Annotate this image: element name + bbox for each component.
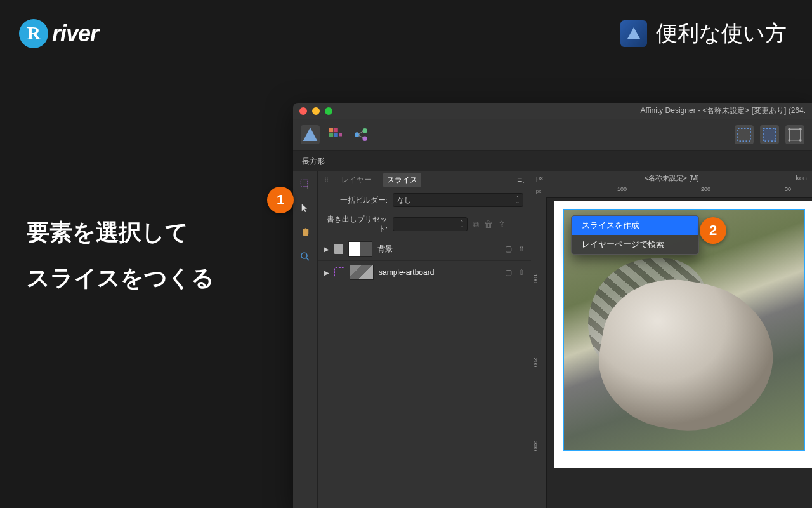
share-icon[interactable]: ⇧ — [518, 268, 525, 277]
export-persona-icon — [351, 125, 370, 144]
export-preset-row: 書き出しプリセット: ⧉ 🗑 ⇪ — [318, 211, 531, 237]
window-title: Affinity Designer - <名称未設定> [変更あり] (264. — [640, 105, 806, 116]
tab-layers[interactable]: レイヤー — [337, 173, 376, 187]
disclosure-triangle-icon[interactable]: ▶ — [324, 269, 329, 276]
svg-rect-1 — [329, 128, 333, 132]
share-icon[interactable]: ⇧ — [518, 244, 525, 253]
brand-logo-mark — [19, 19, 48, 48]
slice-icon — [334, 267, 344, 277]
magnifier-icon — [299, 251, 311, 262]
ruler-tick: 300 — [532, 441, 539, 451]
hand-icon — [299, 227, 311, 238]
designer-persona-icon — [301, 125, 320, 144]
svg-marker-0 — [303, 128, 318, 141]
main-area: + ⠿ レイヤー スライス ≡. 一括ビルダー: なし — [293, 171, 812, 508]
slices-panel: ⠿ レイヤー スライス ≡. 一括ビルダー: なし 書き出しプリセット: ⧉ 🗑 — [317, 171, 531, 508]
slice-row-background[interactable]: ▶ 背景 ▢ ⇧ — [318, 237, 531, 261]
minimize-window-button[interactable] — [312, 107, 320, 115]
tools-panel: + — [293, 171, 317, 508]
svg-point-8 — [363, 137, 368, 142]
affinity-designer-icon — [620, 20, 647, 47]
checkbox-icon[interactable]: ▢ — [505, 268, 512, 277]
selection-mode-button-3[interactable] — [785, 125, 804, 144]
ruler-tick: 200 — [701, 186, 710, 192]
slice-tool[interactable]: + — [297, 176, 313, 192]
zoom-tool[interactable] — [297, 248, 313, 265]
ruler-horizontal[interactable]: 100 200 30 — [546, 185, 812, 198]
doc-tab-unit: px — [536, 171, 544, 185]
slice-row-artboard[interactable]: ▶ sample-artboard ▢ ⇧ — [318, 261, 531, 284]
svg-line-10 — [358, 135, 363, 138]
svg-rect-12 — [763, 128, 776, 141]
canvas-area[interactable]: px <名称未設定> [M] kon px 100 200 30 100 200… — [531, 171, 812, 508]
slice-name: 背景 — [377, 244, 393, 255]
copy-icon[interactable]: ⧉ — [473, 219, 479, 230]
context-menu: スライスを作成 レイヤーページで検索 — [571, 215, 699, 255]
svg-point-7 — [363, 128, 368, 133]
menu-find-in-layers[interactable]: レイヤーページで検索 — [572, 235, 698, 254]
svg-rect-14 — [789, 129, 801, 140]
panel-menu-icon[interactable]: ≡. — [517, 175, 525, 185]
cursor-icon — [299, 203, 311, 214]
slice-thumbnail — [348, 241, 372, 257]
slice-thumbnail — [350, 265, 374, 280]
slide-caption: 要素を選択して スライスをつくる — [27, 210, 214, 301]
svg-point-17 — [788, 139, 790, 142]
export-icon[interactable]: ⇪ — [498, 219, 506, 230]
tab-slices[interactable]: スライス — [383, 173, 421, 187]
svg-point-18 — [799, 139, 802, 142]
panel-tabs: ⠿ レイヤー スライス ≡. — [318, 171, 531, 189]
pixel-persona-icon — [326, 125, 345, 144]
svg-rect-11 — [738, 128, 750, 141]
designer-persona-button[interactable] — [301, 125, 320, 144]
ruler-tick: 30 — [785, 186, 791, 192]
selection-bounds-icon — [785, 125, 804, 144]
svg-rect-2 — [334, 128, 338, 132]
svg-rect-5 — [339, 133, 342, 137]
svg-point-16 — [799, 128, 802, 130]
preset-action-icons: ⧉ 🗑 ⇪ — [473, 219, 506, 230]
ruler-tick: 200 — [532, 358, 539, 367]
svg-rect-3 — [329, 133, 333, 137]
callout-badge-2: 2 — [700, 217, 726, 244]
selection-dashed-icon — [735, 125, 754, 144]
menu-create-slice[interactable]: スライスを作成 — [572, 216, 698, 235]
hand-tool[interactable] — [297, 224, 313, 241]
selection-grid-icon — [760, 125, 779, 144]
panel-drag-handle-icon[interactable]: ⠿ — [324, 177, 327, 184]
caption-line-1: 要素を選択して — [27, 210, 214, 255]
document-icon — [334, 244, 343, 254]
callout-badge-1: 1 — [267, 187, 294, 213]
header-right: 便利な使い方 — [620, 19, 787, 48]
batch-builder-row: 一括ビルダー: なし — [318, 189, 531, 211]
maximize-window-button[interactable] — [325, 107, 332, 115]
trash-icon[interactable]: 🗑 — [484, 219, 493, 230]
main-toolbar — [293, 119, 812, 151]
ruler-tick: 100 — [532, 274, 539, 283]
selection-mode-button-1[interactable] — [735, 125, 754, 144]
close-window-button[interactable] — [299, 107, 307, 115]
document-tab[interactable]: px <名称未設定> [M] kon — [531, 171, 812, 185]
disclosure-triangle-icon[interactable]: ▶ — [324, 246, 329, 253]
svg-point-6 — [355, 132, 360, 137]
ruler-tick: 100 — [617, 186, 627, 192]
svg-text:+: + — [306, 184, 310, 190]
move-tool[interactable] — [297, 200, 313, 217]
slice-tool-icon: + — [299, 178, 311, 190]
window-titlebar[interactable]: Affinity Designer - <名称未設定> [変更あり] (264. — [293, 103, 812, 119]
batch-builder-dropdown[interactable]: なし — [393, 193, 523, 207]
selection-mode-button-2[interactable] — [760, 125, 779, 144]
ruler-vertical[interactable]: 100 200 300 — [531, 197, 547, 508]
app-window: Affinity Designer - <名称未設定> [変更あり] (264. — [293, 103, 812, 508]
pixel-persona-button[interactable] — [326, 125, 345, 144]
batch-builder-label: 一括ビルダー: — [325, 196, 388, 205]
svg-point-15 — [788, 128, 790, 130]
batch-builder-value: なし — [397, 196, 411, 205]
export-persona-button[interactable] — [351, 125, 370, 144]
caption-line-2: スライスをつくる — [27, 255, 214, 301]
svg-point-21 — [301, 253, 307, 258]
doc-tab-extra: kon — [796, 171, 807, 185]
checkbox-icon[interactable]: ▢ — [505, 244, 512, 253]
brand-logo-text: river — [52, 20, 98, 47]
export-preset-dropdown[interactable] — [393, 217, 468, 231]
